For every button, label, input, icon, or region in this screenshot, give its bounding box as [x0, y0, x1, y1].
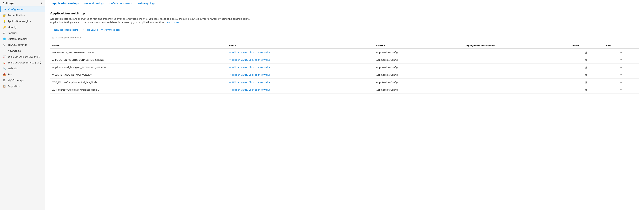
setting-source-1: App Service Config — [374, 56, 462, 64]
sidebar-item-mysql-in-app[interactable]: 🗄 MySQL In App — [0, 77, 45, 83]
table-row: XDT_MicrosoftApplicationInsights_NodeJS … — [50, 86, 639, 94]
tabs-bar: Application settings General settings De… — [45, 0, 644, 7]
sidebar-item-networking[interactable]: ⚡ Networking — [0, 48, 45, 54]
edit-button-2[interactable]: ✏ — [619, 65, 624, 69]
eye-value-icon-3: 👁 — [229, 74, 231, 76]
table-body: APPINSIGHTS_INSTRUMENTATIONKEY 👁 Hidden … — [50, 48, 639, 94]
tab-default-documents[interactable]: Default documents — [106, 0, 135, 7]
sidebar-item-backups[interactable]: 🗂 Backups — [0, 30, 45, 36]
properties-icon: 📋 — [3, 85, 6, 88]
main-content: Application settings General settings De… — [45, 0, 644, 210]
advanced-edit-button[interactable]: ✏ Advanced edit — [101, 28, 120, 32]
edit-cell-2: ✏ — [604, 64, 639, 71]
sidebar-item-identity[interactable]: 🔑 Identity — [0, 24, 45, 30]
sidebar-item-configuration[interactable]: ⚙ Configuration — [0, 6, 45, 12]
delete-button-2[interactable]: 🗑 — [584, 66, 588, 69]
sidebar-item-label-authentication: Authentication — [8, 14, 25, 17]
page-title: Application settings — [50, 11, 639, 15]
col-header-source: Source — [374, 43, 462, 48]
sidebar-item-scale-up[interactable]: 📈 Scale up (App Service plan) — [0, 54, 45, 60]
eye-icon: 👁 — [82, 28, 84, 31]
hide-values-button[interactable]: 👁 Hide values — [82, 28, 98, 32]
filter-icon: ⊟ — [52, 36, 54, 39]
pencil-icon: ✏ — [101, 28, 104, 31]
sidebar-item-webjobs[interactable]: 🔧 WebJobs — [0, 66, 45, 71]
delete-button-4[interactable]: 🗑 — [584, 81, 588, 84]
setting-value-5[interactable]: 👁 Hidden value. Click to show value — [227, 86, 374, 94]
col-header-deployment-slot: Deployment slot setting — [462, 43, 568, 48]
sidebar-item-label-scale-up: Scale up (App Service plan) — [8, 55, 40, 58]
sidebar-item-tls-ssl[interactable]: 🛡 TLS/SSL settings — [0, 42, 45, 48]
setting-name-1: APPLICATIONINSIGHTS_CONNECTION_STRING — [50, 56, 227, 64]
setting-value-2[interactable]: 👁 Hidden value. Click to show value — [227, 64, 374, 71]
table-header: Name Value Source Deployment slot settin… — [50, 43, 639, 48]
toolbar: ＋ New application setting 👁 Hide values … — [50, 27, 639, 32]
sidebar-item-application-insights[interactable]: 💡 Application Insights — [0, 18, 45, 24]
eye-value-icon-1: 👁 — [229, 59, 231, 61]
edit-button-1[interactable]: ✏ — [619, 58, 624, 62]
setting-slot-1 — [462, 56, 568, 64]
setting-slot-0 — [462, 48, 568, 56]
col-header-edit: Edit — [604, 43, 639, 48]
edit-button-0[interactable]: ✏ — [619, 50, 624, 54]
delete-cell-4: 🗑 — [568, 79, 604, 86]
delete-button-1[interactable]: 🗑 — [584, 58, 588, 62]
filter-input-wrapper: ⊟ — [50, 35, 113, 40]
sidebar-items-container: ⚙ Configuration 🔐 Authentication 💡 Appli… — [0, 6, 45, 89]
settings-table: Name Value Source Deployment slot settin… — [50, 43, 639, 94]
eye-value-icon-2: 👁 — [229, 66, 231, 69]
sidebar-item-label-tls-ssl: TLS/SSL settings — [8, 43, 27, 46]
application-insights-icon: 💡 — [3, 20, 6, 23]
setting-slot-3 — [462, 71, 568, 79]
sidebar-item-custom-domains[interactable]: 🌐 Custom domains — [0, 36, 45, 42]
tab-path-mappings[interactable]: Path mappings — [135, 0, 158, 7]
edit-button-4[interactable]: ✏ — [619, 80, 624, 84]
table-row: WEBSITE_NODE_DEFAULT_VERSION 👁 Hidden va… — [50, 71, 639, 79]
setting-source-3: App Service Config — [374, 71, 462, 79]
sidebar-item-properties[interactable]: 📋 Properties — [0, 83, 45, 89]
tab-general-settings[interactable]: General settings — [82, 0, 106, 7]
eye-value-icon-4: 👁 — [229, 81, 231, 84]
setting-value-1[interactable]: 👁 Hidden value. Click to show value — [227, 56, 374, 64]
content-area: Application settings Application setting… — [45, 7, 644, 210]
setting-value-0[interactable]: 👁 Hidden value. Click to show value — [227, 48, 374, 56]
edit-cell-0: ✏ — [604, 48, 639, 56]
sidebar-item-label-networking: Networking — [8, 49, 21, 52]
sidebar-item-label-webjobs: WebJobs — [8, 67, 18, 70]
learn-more-link[interactable]: Learn more — [166, 21, 178, 24]
scale-up-icon: 📈 — [3, 55, 6, 58]
sidebar-item-label-backups: Backups — [8, 32, 18, 34]
eye-value-icon-0: 👁 — [229, 51, 231, 54]
sidebar-item-push[interactable]: 📤 Push — [0, 71, 45, 77]
sidebar-item-authentication[interactable]: 🔐 Authentication — [0, 12, 45, 18]
new-application-setting-button[interactable]: ＋ New application setting — [50, 27, 79, 32]
sidebar-scroll-up[interactable]: ▲ — [41, 2, 42, 4]
sidebar-item-label-scale-out: Scale out (App Service plan) — [8, 61, 41, 64]
sidebar-item-label-custom-domains: Custom domains — [8, 38, 28, 40]
edit-button-5[interactable]: ✏ — [619, 88, 624, 92]
tab-application-settings[interactable]: Application settings — [50, 0, 82, 7]
delete-button-0[interactable]: 🗑 — [584, 51, 588, 54]
filter-container: ⊟ — [50, 35, 639, 40]
table-row: APPINSIGHTS_INSTRUMENTATIONKEY 👁 Hidden … — [50, 48, 639, 56]
delete-button-5[interactable]: 🗑 — [584, 88, 588, 92]
webjobs-icon: 🔧 — [3, 67, 6, 70]
setting-value-4[interactable]: 👁 Hidden value. Click to show value — [227, 79, 374, 86]
sidebar-item-label-mysql-in-app: MySQL In App — [8, 79, 24, 82]
sidebar-item-scale-out[interactable]: 📊 Scale out (App Service plan) — [0, 60, 45, 66]
configuration-icon: ⚙ — [3, 8, 6, 11]
delete-cell-5: 🗑 — [568, 86, 604, 94]
delete-cell-1: 🗑 — [568, 56, 604, 64]
setting-value-3[interactable]: 👁 Hidden value. Click to show value — [227, 71, 374, 79]
edit-button-3[interactable]: ✏ — [619, 73, 624, 77]
setting-source-4: App Service Config — [374, 79, 462, 86]
delete-button-3[interactable]: 🗑 — [584, 73, 588, 77]
sidebar-item-label-properties: Properties — [8, 85, 20, 88]
filter-application-settings-input[interactable] — [56, 36, 111, 39]
setting-source-2: App Service Config — [374, 64, 462, 71]
scale-out-icon: 📊 — [3, 61, 6, 64]
col-header-name: Name — [50, 43, 227, 48]
setting-name-3: WEBSITE_NODE_DEFAULT_VERSION — [50, 71, 227, 79]
setting-name-0: APPINSIGHTS_INSTRUMENTATIONKEY — [50, 48, 227, 56]
mysql-in-app-icon: 🗄 — [3, 79, 6, 82]
